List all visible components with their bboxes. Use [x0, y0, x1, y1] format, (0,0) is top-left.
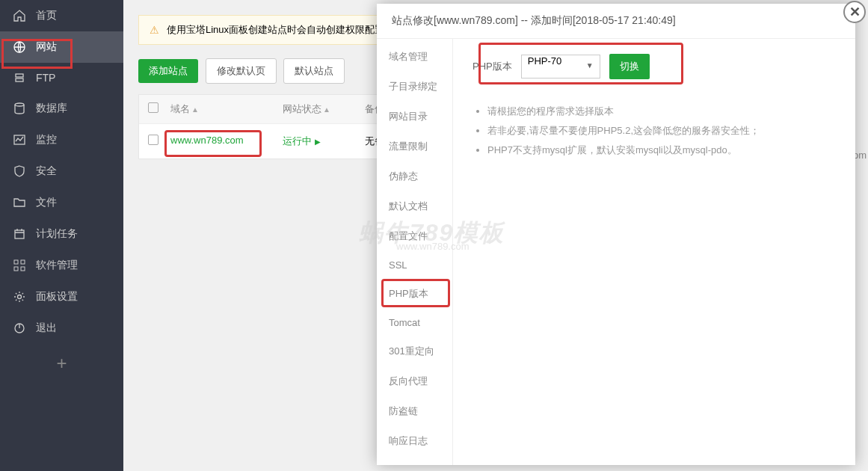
monitor-icon [13, 134, 25, 146]
svg-rect-6 [14, 260, 18, 264]
tab-subdir[interactable]: 子目录绑定 [377, 72, 452, 102]
svg-rect-1 [16, 74, 23, 77]
home-icon [13, 10, 25, 22]
sidebar-item-label: 软件管理 [36, 259, 78, 272]
tip-item: PHP7不支持mysql扩展，默认安装mysqli以及mysql-pdo。 [487, 141, 836, 160]
play-icon[interactable]: ▶ [315, 138, 321, 146]
modify-default-button[interactable]: 修改默认页 [206, 58, 277, 84]
sidebar-item-settings[interactable]: 面板设置 [0, 281, 123, 313]
tip-item: 若非必要,请尽量不要使用PHP5.2,这会降低您的服务器安全性； [487, 121, 836, 141]
row-checkbox[interactable] [148, 135, 158, 145]
sidebar-item-security[interactable]: 安全 [0, 156, 123, 187]
alert-text: 使用宝塔Linux面板创建站点时会自动创建权限配置 [167, 23, 384, 37]
sidebar-item-ftp[interactable]: FTP [0, 63, 123, 93]
sidebar-item-website[interactable]: 网站 [0, 31, 123, 63]
sidebar-item-label: 文件 [36, 196, 57, 209]
svg-rect-2 [16, 78, 23, 81]
tab-ssl[interactable]: SSL [377, 251, 452, 279]
sidebar-item-cron[interactable]: 计划任务 [0, 218, 123, 250]
sidebar: 首页 网站 FTP 数据库 监控 安全 文件 计划任务 软件管理 面板设置 退出… [0, 0, 123, 471]
sidebar-item-label: 监控 [36, 133, 57, 147]
sort-icon: ▲ [323, 105, 330, 114]
tab-default-doc[interactable]: 默认文档 [377, 191, 452, 221]
modal-content: PHP版本 PHP-70 切换 请根据您的程序需求选择版本 若非必要,请尽量不要… [453, 39, 855, 465]
php-version-row: PHP版本 PHP-70 切换 [473, 54, 836, 79]
svg-rect-5 [15, 230, 24, 238]
sidebar-item-files[interactable]: 文件 [0, 187, 123, 218]
sidebar-item-label: 网站 [36, 40, 57, 54]
sidebar-item-label: 退出 [36, 321, 57, 335]
status-text: 运行中 [283, 135, 312, 147]
close-button[interactable]: ✕ [843, 1, 866, 23]
warning-icon: ⚠ [150, 24, 159, 36]
sidebar-item-label: 首页 [36, 9, 57, 22]
svg-rect-8 [14, 267, 18, 271]
svg-point-10 [18, 295, 22, 299]
switch-button[interactable]: 切换 [609, 54, 650, 79]
sidebar-add-button[interactable]: + [0, 344, 123, 383]
header-domain[interactable]: 域名 [170, 103, 190, 114]
gear-icon [13, 291, 25, 303]
sidebar-item-database[interactable]: 数据库 [0, 93, 123, 124]
globe-icon [13, 41, 25, 53]
sidebar-item-home[interactable]: 首页 [0, 0, 123, 31]
header-status[interactable]: 网站状态 [283, 103, 321, 114]
tab-tomcat[interactable]: Tomcat [377, 309, 452, 336]
sidebar-item-logout[interactable]: 退出 [0, 313, 123, 344]
ftp-icon [13, 72, 25, 84]
modal-tabs: 域名管理 子目录绑定 网站目录 流量限制 伪静态 默认文档 配置文件 SSL P… [377, 39, 453, 465]
folder-icon [13, 197, 25, 209]
tip-item: 请根据您的程序需求选择版本 [487, 102, 836, 121]
sidebar-item-label: FTP [36, 72, 55, 84]
calendar-icon [13, 228, 25, 240]
svg-rect-9 [21, 267, 25, 271]
php-version-label: PHP版本 [473, 60, 512, 73]
svg-rect-7 [21, 260, 25, 264]
tab-rewrite[interactable]: 伪静态 [377, 161, 452, 191]
sidebar-item-label: 安全 [36, 164, 57, 178]
sidebar-item-label: 数据库 [36, 102, 67, 115]
default-site-button[interactable]: 默认站点 [283, 58, 345, 84]
php-version-select[interactable]: PHP-70 [521, 55, 600, 78]
tips-list: 请根据您的程序需求选择版本 若非必要,请尽量不要使用PHP5.2,这会降低您的服… [473, 102, 836, 160]
tab-webdir[interactable]: 网站目录 [377, 102, 452, 132]
svg-point-3 [15, 103, 24, 106]
sidebar-item-label: 计划任务 [36, 227, 78, 241]
site-edit-modal: ✕ 站点修改[www.wn789.com] -- 添加时间[2018-05-17… [377, 4, 855, 465]
tab-hotlink[interactable]: 防盗链 [377, 396, 452, 426]
sort-icon: ▲ [191, 105, 199, 114]
tab-log[interactable]: 响应日志 [377, 426, 452, 456]
sidebar-item-software[interactable]: 软件管理 [0, 250, 123, 281]
database-icon [13, 102, 25, 114]
modal-title: 站点修改[www.wn789.com] -- 添加时间[2018-05-17 2… [377, 4, 855, 39]
tab-traffic[interactable]: 流量限制 [377, 132, 452, 161]
tab-301[interactable]: 301重定向 [377, 336, 452, 366]
add-site-button[interactable]: 添加站点 [138, 59, 198, 83]
sidebar-item-monitor[interactable]: 监控 [0, 124, 123, 156]
tab-config[interactable]: 配置文件 [377, 221, 452, 251]
power-icon [13, 322, 25, 334]
tab-php-version[interactable]: PHP版本 [377, 279, 452, 309]
domain-link[interactable]: www.wn789.com [170, 135, 283, 148]
sidebar-item-label: 面板设置 [36, 290, 78, 304]
tab-domain[interactable]: 域名管理 [377, 42, 452, 72]
tab-proxy[interactable]: 反向代理 [377, 366, 452, 396]
grid-icon [13, 259, 25, 271]
shield-icon [13, 165, 25, 177]
select-all-checkbox[interactable] [148, 102, 158, 113]
